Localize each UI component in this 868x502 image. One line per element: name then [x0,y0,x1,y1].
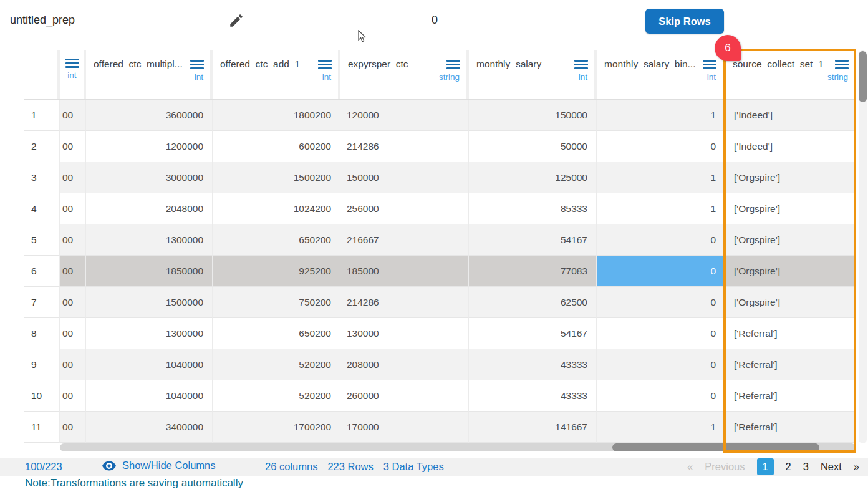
cell-r7-col1[interactable]: 00 [60,287,86,318]
cell-r9-monthly_salary_bin...[interactable]: 0 [597,349,725,380]
page-button-2[interactable]: 2 [786,461,791,473]
cell-r7-monthly_salary_bin...[interactable]: 0 [597,287,725,318]
cell-r4-monthly_salary_bin...[interactable]: 1 [597,193,725,224]
cell-r7-expyrsper_ctc[interactable]: 214286 [340,287,469,318]
cell-r10-offered_ctc_multipl...[interactable]: 1040000 [86,380,213,412]
cell-r9-offered_ctc_multipl...[interactable]: 1040000 [86,349,213,380]
next-page-button[interactable]: Next [821,461,842,473]
cell-r6-col1[interactable]: 00 [60,256,86,287]
cell-r8-monthly_salary_bin...[interactable]: 0 [597,318,725,349]
horizontal-scrollbar[interactable] [60,443,856,451]
cell-r9-offered_ctc_add_1[interactable]: 520200 [213,349,340,380]
cell-r4-offered_ctc_multipl...[interactable]: 2048000 [86,193,213,224]
cell-r5-source_collect_set_1[interactable]: ['Orgspire'] [725,224,855,256]
cell-r8-offered_ctc_add_1[interactable]: 650200 [213,318,340,349]
vertical-scrollbar[interactable] [859,50,867,443]
cell-r10-offered_ctc_add_1[interactable]: 520200 [213,380,340,412]
skip-rows-button[interactable]: Skip Rows [645,9,724,34]
cell-r2-monthly_salary[interactable]: 50000 [469,131,597,162]
cell-r5-monthly_salary_bin...[interactable]: 0 [597,224,725,256]
cell-r9-col1[interactable]: 00 [60,349,86,380]
cell-r11-offered_ctc_multipl...[interactable]: 3400000 [86,412,213,443]
cell-r4-source_collect_set_1[interactable]: ['Orgspire'] [725,193,855,224]
cell-r1-source_collect_set_1[interactable]: ['Indeed'] [725,100,855,131]
cell-r4-col1[interactable]: 00 [60,193,86,224]
cell-r3-source_collect_set_1[interactable]: ['Orgspire'] [725,162,855,193]
cell-r5-offered_ctc_multipl...[interactable]: 1300000 [86,224,213,256]
column-menu-icon[interactable] [65,59,79,68]
cell-r5-col1[interactable]: 00 [60,224,86,256]
cell-r6-offered_ctc_add_1[interactable]: 925200 [213,256,340,287]
cell-r11-col1[interactable]: 00 [60,412,86,443]
cell-r10-monthly_salary[interactable]: 43333 [469,380,597,412]
cell-r3-monthly_salary[interactable]: 125000 [469,162,597,193]
cell-r8-source_collect_set_1[interactable]: ['Referral'] [725,318,855,349]
previous-arrow-icon[interactable]: « [687,461,693,473]
cell-r5-expyrsper_ctc[interactable]: 216667 [340,224,469,256]
cell-r2-offered_ctc_multipl...[interactable]: 1200000 [86,131,213,162]
next-arrow-icon[interactable]: » [854,461,859,473]
prep-name-input[interactable] [9,10,216,31]
cell-r3-col1[interactable]: 00 [60,162,86,193]
cell-r7-offered_ctc_add_1[interactable]: 750200 [213,287,340,318]
skip-rows-count-input[interactable] [430,10,631,31]
cell-r10-expyrsper_ctc[interactable]: 260000 [340,380,469,412]
cell-r8-offered_ctc_multipl...[interactable]: 1300000 [86,318,213,349]
cell-r11-monthly_salary[interactable]: 141667 [469,412,597,443]
cell-r6-monthly_salary_bin...[interactable]: 0 [597,256,725,287]
cell-r6-monthly_salary[interactable]: 77083 [469,256,597,287]
cell-r8-col1[interactable]: 00 [60,318,86,349]
edit-pencil-icon[interactable] [228,12,244,29]
vertical-scrollbar-thumb[interactable] [859,51,867,102]
cell-r2-col1[interactable]: 00 [60,131,86,162]
cell-r4-offered_ctc_add_1[interactable]: 1024200 [213,193,340,224]
cell-r8-expyrsper_ctc[interactable]: 130000 [340,318,469,349]
cell-r11-expyrsper_ctc[interactable]: 170000 [340,412,469,443]
show-hide-columns-button[interactable]: Show/Hide Columns [102,460,215,471]
cell-r3-offered_ctc_add_1[interactable]: 1500200 [213,162,340,193]
cell-r3-offered_ctc_multipl...[interactable]: 3000000 [86,162,213,193]
cell-r8-monthly_salary[interactable]: 54167 [469,318,597,349]
cell-r6-source_collect_set_1[interactable]: ['Orgspire'] [725,256,855,287]
cell-r2-offered_ctc_add_1[interactable]: 600200 [213,131,340,162]
cell-r3-monthly_salary_bin...[interactable]: 1 [597,162,725,193]
cell-r6-expyrsper_ctc[interactable]: 185000 [340,256,469,287]
cell-r1-expyrsper_ctc[interactable]: 120000 [340,100,469,131]
cell-r4-monthly_salary[interactable]: 85333 [469,193,597,224]
cell-r1-offered_ctc_multipl...[interactable]: 3600000 [86,100,213,131]
cell-r2-source_collect_set_1[interactable]: ['Indeed'] [725,131,855,162]
column-menu-icon[interactable] [446,60,460,69]
cell-r1-offered_ctc_add_1[interactable]: 1800200 [213,100,340,131]
page-button-3[interactable]: 3 [803,461,809,473]
previous-page-button[interactable]: Previous [705,461,745,473]
cell-r9-source_collect_set_1[interactable]: ['Referral'] [725,349,855,380]
cell-r10-monthly_salary_bin...[interactable]: 0 [597,380,725,412]
cell-r1-col1[interactable]: 00 [60,100,86,131]
cell-r5-monthly_salary[interactable]: 54167 [469,224,597,256]
page-button-1[interactable]: 1 [757,458,774,475]
cell-r7-offered_ctc_multipl...[interactable]: 1500000 [86,287,213,318]
cell-r2-monthly_salary_bin...[interactable]: 0 [597,131,725,162]
column-menu-icon[interactable] [703,60,716,69]
cell-r9-monthly_salary[interactable]: 43333 [469,349,597,380]
column-menu-icon[interactable] [318,60,332,69]
cell-r11-offered_ctc_add_1[interactable]: 1700200 [213,412,340,443]
cell-r4-expyrsper_ctc[interactable]: 256000 [340,193,469,224]
cell-r6-offered_ctc_multipl...[interactable]: 1850000 [86,256,213,287]
cell-r9-expyrsper_ctc[interactable]: 208000 [340,349,469,380]
cell-r10-source_collect_set_1[interactable]: ['Referral'] [725,380,855,412]
cell-r11-source_collect_set_1[interactable]: ['Referral'] [725,412,855,443]
column-menu-icon[interactable] [574,60,588,69]
cell-r1-monthly_salary[interactable]: 150000 [469,100,597,131]
cell-r5-offered_ctc_add_1[interactable]: 650200 [213,224,340,256]
cell-r11-monthly_salary_bin...[interactable]: 1 [597,412,725,443]
cell-r7-source_collect_set_1[interactable]: ['Orgspire'] [725,287,855,318]
cell-r3-expyrsper_ctc[interactable]: 150000 [340,162,469,193]
column-menu-icon[interactable] [190,60,204,69]
column-menu-icon[interactable] [835,60,849,69]
horizontal-scrollbar-thumb[interactable] [612,443,819,451]
cell-r1-monthly_salary_bin...[interactable]: 1 [597,100,725,131]
cell-r7-monthly_salary[interactable]: 62500 [469,287,597,318]
cell-r2-expyrsper_ctc[interactable]: 214286 [340,131,469,162]
cell-r10-col1[interactable]: 00 [60,380,86,412]
